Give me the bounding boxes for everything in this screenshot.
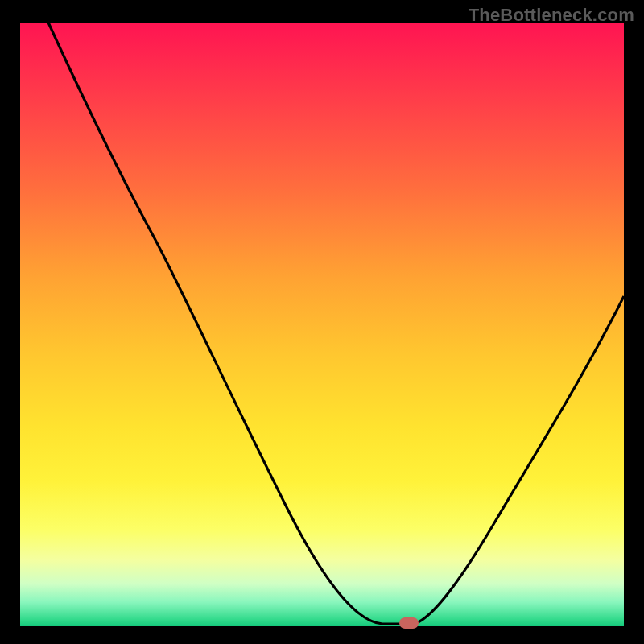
optimum-marker xyxy=(399,617,419,629)
curve-path xyxy=(48,23,624,624)
watermark-text: TheBottleneck.com xyxy=(469,5,634,26)
plot-area xyxy=(20,23,624,626)
chart-frame: TheBottleneck.com xyxy=(0,0,644,644)
bottleneck-curve xyxy=(20,23,624,626)
